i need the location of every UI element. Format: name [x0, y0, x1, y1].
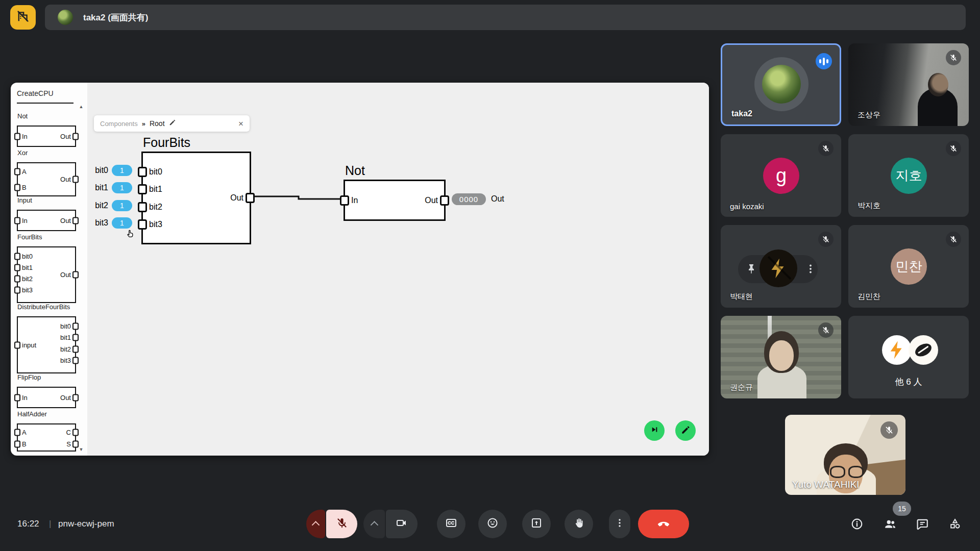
- output-value-display: 0000: [452, 193, 486, 205]
- clock: 16:22: [17, 519, 39, 529]
- component-label-input: Input: [17, 196, 32, 204]
- input-toggle-bit0[interactable]: 1: [112, 165, 132, 176]
- input-toggle-bit3[interactable]: 1: [112, 217, 132, 229]
- port-square: [14, 133, 20, 140]
- people-icon: [884, 523, 897, 532]
- component-flipflop[interactable]: In Out: [17, 387, 76, 408]
- component-not[interactable]: In Out: [17, 126, 76, 147]
- component-halfadder[interactable]: A B C S: [17, 423, 76, 452]
- port-square: [72, 357, 79, 364]
- port-square: [14, 394, 20, 401]
- audio-bars-icon: [816, 53, 832, 69]
- sidebar-scroll-down[interactable]: ▼: [78, 447, 85, 452]
- breadcrumb-components[interactable]: Components: [100, 120, 138, 128]
- camera-toggle-button[interactable]: [386, 510, 418, 538]
- videocam-icon: [396, 517, 408, 531]
- info-icon: [850, 523, 864, 532]
- port-square: [138, 167, 147, 177]
- mic-off-icon: [818, 141, 834, 156]
- tile-others-overflow[interactable]: 他 6 人: [848, 316, 969, 398]
- input-row-bit2: bit2 1: [91, 200, 132, 211]
- tile-gimminchan[interactable]: 민찬 김민찬: [848, 225, 969, 308]
- port-square: [14, 429, 20, 436]
- port-square: [14, 253, 20, 260]
- avatar-gai-kozaki: g: [763, 158, 799, 194]
- component-distributefourbits[interactable]: input bit0 bit1 bit2 bit3: [17, 316, 76, 373]
- pencil-icon: [681, 425, 691, 437]
- glasses-left: [830, 466, 845, 478]
- companion-mode-warning-button[interactable]: [10, 5, 36, 30]
- participant-name: gai kozaki: [730, 202, 764, 211]
- participant-count-badge: 15: [893, 502, 911, 516]
- output-label: Out: [491, 194, 504, 204]
- avatar-gimminchan: 민찬: [891, 248, 927, 285]
- not-element[interactable]: In Out: [344, 180, 446, 221]
- activities-button[interactable]: [948, 517, 962, 531]
- chat-panel-button[interactable]: [916, 517, 929, 531]
- input-toggle-bit1[interactable]: 1: [112, 182, 132, 193]
- input-row-bit1: bit1 1: [91, 182, 132, 193]
- shared-screen-header[interactable]: taka2 (画面共有): [45, 5, 966, 30]
- sidebar-scroll-up[interactable]: ▲: [78, 104, 85, 109]
- building-crossed-icon: [16, 9, 30, 26]
- overflow-avatar-puck: [909, 335, 938, 365]
- person-head: [928, 73, 948, 96]
- input-toggle-bit2[interactable]: 1: [112, 200, 132, 211]
- step-play-icon: [649, 424, 659, 437]
- participant-name: 조상우: [857, 110, 880, 120]
- component-label-halfadder: HalfAdder: [17, 410, 47, 418]
- breadcrumb-root[interactable]: Root: [150, 119, 165, 128]
- port-square: [14, 184, 20, 191]
- port-square: [138, 184, 147, 194]
- mic-options-button[interactable]: [306, 510, 325, 538]
- meeting-details-button[interactable]: [850, 517, 864, 531]
- edit-mode-button[interactable]: [675, 420, 696, 441]
- breadcrumb-close-icon[interactable]: ×: [238, 119, 243, 128]
- mic-off-icon: [336, 517, 348, 531]
- tile-gai-kozaki[interactable]: g gai kozaki: [721, 134, 841, 217]
- mic-off-icon: [946, 232, 961, 247]
- fourbits-element[interactable]: bit0 bit1 bit2 bit3 Out: [141, 152, 251, 244]
- cursor-hand-icon: [125, 228, 136, 241]
- reactions-button[interactable]: [478, 510, 507, 538]
- end-call-button[interactable]: [638, 510, 689, 538]
- tile-yuto-watahiki[interactable]: Yuto WATAHIKI: [785, 415, 905, 495]
- breadcrumb-separator-icon: »: [142, 120, 145, 128]
- present-screen-button[interactable]: [522, 510, 551, 538]
- tile-baktaehyeon[interactable]: 박태현: [721, 225, 841, 308]
- mic-off-icon: [946, 50, 961, 65]
- tile-bakjiho[interactable]: 지호 박지호: [848, 134, 969, 217]
- more-options-icon[interactable]: [804, 263, 817, 277]
- meet-screen: { "top_bar": { "share_title": "taka2 (画面…: [0, 0, 980, 551]
- component-fourbits[interactable]: bit0 bit1 bit2 bit3 Out: [17, 246, 76, 303]
- port-square: [72, 133, 79, 140]
- component-xor[interactable]: A B Out: [17, 162, 76, 196]
- participant-name: 권순규: [730, 383, 753, 392]
- mic-off-icon: [946, 141, 961, 156]
- raise-hand-button[interactable]: [565, 510, 593, 538]
- step-run-button[interactable]: [644, 420, 665, 441]
- more-vertical-icon: [614, 517, 625, 531]
- component-label-distributefourbits: DistributeFourBits: [17, 303, 70, 311]
- participant-name: 김민찬: [857, 292, 880, 302]
- tile-josangu[interactable]: 조상우: [848, 43, 969, 126]
- component-label-xor: Xor: [17, 149, 28, 157]
- port-square: [138, 202, 147, 212]
- captions-button[interactable]: [437, 510, 465, 538]
- sidebar-divider: [17, 103, 74, 104]
- port-square: [440, 195, 449, 206]
- port-square: [14, 341, 20, 348]
- component-input[interactable]: In Out: [17, 210, 76, 231]
- component-label-fourbits: FourBits: [17, 233, 42, 241]
- avatar-bakjiho: 지호: [891, 158, 927, 194]
- not-title: Not: [345, 163, 365, 178]
- more-options-button[interactable]: [609, 510, 630, 538]
- pin-icon[interactable]: [745, 263, 757, 277]
- people-panel-button[interactable]: [884, 517, 897, 531]
- edit-name-icon[interactable]: [169, 119, 176, 128]
- mic-toggle-button[interactable]: [326, 510, 357, 538]
- tile-gwonsungyu[interactable]: 권순규: [721, 316, 841, 398]
- tile-taka2[interactable]: taka2: [721, 43, 841, 126]
- port-square: [72, 429, 79, 436]
- camera-options-button[interactable]: [363, 510, 385, 538]
